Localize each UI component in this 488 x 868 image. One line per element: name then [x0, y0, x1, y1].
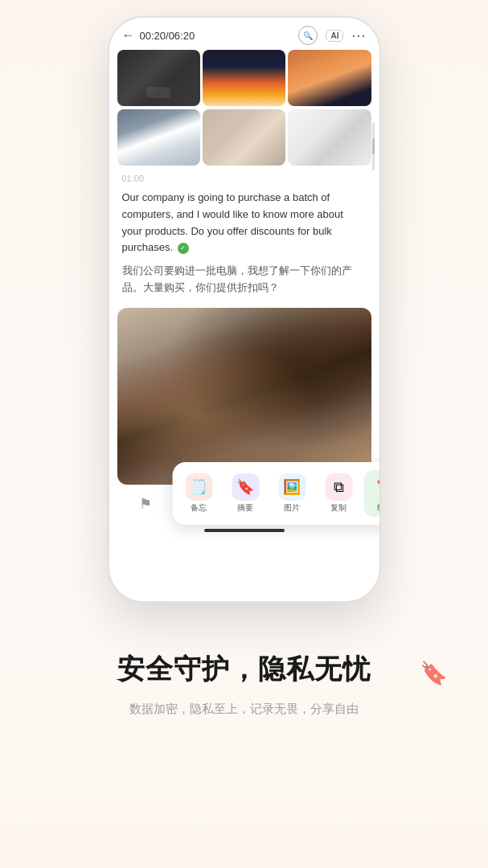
image-label: 图片 — [284, 502, 300, 514]
chinese-content: 我们公司要购进一批电脑，我想了解一下你们的产品。大量购买，你们提供折扣吗？ — [122, 263, 367, 297]
main-title: 安全守护，隐私无忧 — [32, 651, 456, 688]
deco-bookmark-icon: 🔖 — [420, 660, 448, 686]
copy-label: 复制 — [330, 502, 347, 514]
image-cell-3[interactable] — [288, 50, 371, 106]
timestamp: 01:00 — [109, 169, 379, 186]
english-text-content: Our company is going to purchase a batch… — [122, 191, 343, 253]
action-memo[interactable]: 🗒️ 备忘 — [177, 470, 220, 517]
image-cell-6[interactable] — [288, 109, 371, 166]
image-grid — [109, 50, 379, 109]
edit-icon: ✏️ — [371, 473, 380, 501]
home-indicator — [109, 522, 379, 542]
back-button[interactable]: ← — [122, 28, 135, 43]
memo-icon: 🗒️ — [185, 473, 212, 501]
english-text-block: Our company is going to purchase a batch… — [109, 186, 379, 300]
action-copy[interactable]: ⧉ 复制 — [317, 470, 360, 517]
scroll-indicator — [372, 122, 375, 170]
summary-label: 摘要 — [237, 502, 253, 514]
image-cell-2[interactable] — [203, 50, 285, 106]
check-icon: ✓ — [178, 243, 189, 254]
edit-label: 编辑 — [377, 502, 380, 514]
more-menu-button[interactable]: ··· — [351, 27, 366, 44]
ai-badge[interactable]: AI — [326, 30, 343, 42]
flag-icon: ⚑ — [139, 495, 152, 513]
phone-frame: ← 00:20/06:20 🔍 AI ··· — [108, 16, 381, 603]
side-dots — [379, 227, 381, 248]
memo-label: 备忘 — [191, 502, 207, 514]
summary-icon: 🔖 — [232, 473, 259, 501]
image-cell-5[interactable] — [203, 109, 285, 166]
image-grid-2 — [109, 109, 379, 169]
top-bar-left: ← 00:20/06:20 — [122, 28, 195, 43]
top-bar-right: 🔍 AI ··· — [298, 26, 366, 45]
dot-3 — [379, 243, 381, 248]
content-image[interactable] — [117, 308, 371, 485]
action-summary[interactable]: 🔖 摘要 — [223, 470, 267, 517]
top-bar: ← 00:20/06:20 🔍 AI ··· — [109, 18, 379, 50]
search-icon[interactable]: 🔍 — [298, 26, 318, 45]
action-image[interactable]: 🖼️ 图片 — [270, 470, 314, 517]
image-cell-4[interactable] — [117, 109, 200, 166]
action-menu-wrapper: 🗒️ 备忘 🔖 摘要 🖼️ 图片 ⧉ 复制 ✏️ 编辑 — [172, 462, 380, 525]
image-icon: 🖼️ — [278, 473, 306, 501]
playback-time: 00:20/06:20 — [140, 30, 195, 42]
bottom-section: 安全守护，隐私无忧 数据加密，隐私至上，记录无畏，分享自由 🔖 — [0, 603, 488, 751]
dot-2 — [379, 235, 381, 240]
phone-section: ← 00:20/06:20 🔍 AI ··· — [0, 0, 488, 603]
flag-button[interactable]: ⚑ — [139, 495, 152, 513]
home-bar — [204, 529, 285, 532]
action-menu: 🗒️ 备忘 🔖 摘要 🖼️ 图片 ⧉ 复制 ✏️ 编辑 — [172, 462, 380, 525]
sub-title: 数据加密，隐私至上，记录无畏，分享自由 — [32, 699, 456, 719]
english-content: Our company is going to purchase a batch… — [122, 190, 367, 256]
copy-icon: ⧉ — [325, 473, 352, 501]
image-cell-1[interactable] — [117, 50, 200, 106]
action-edit[interactable]: ✏️ 编辑 — [363, 470, 380, 517]
scroll-thumb — [372, 138, 375, 154]
dot-1 — [379, 227, 381, 231]
